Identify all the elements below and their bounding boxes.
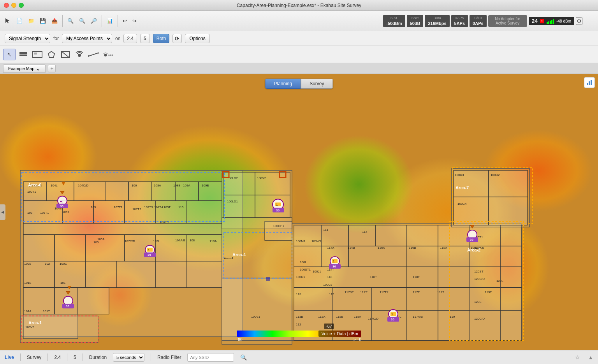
up-button[interactable]: ▲	[588, 354, 593, 360]
svg-rect-2	[19, 55, 27, 56]
close-button[interactable]	[4, 3, 9, 8]
svg-rect-56	[376, 225, 407, 246]
svg-text:113B: 113B	[296, 315, 303, 319]
svg-text:1: 1	[391, 313, 393, 316]
ssid-search-button[interactable]: 🔍	[240, 354, 247, 360]
no-adapter-text: No Adapter for Active Survey	[495, 17, 520, 25]
svg-text:115A: 115A	[354, 315, 361, 319]
svg-text:107L: 107L	[153, 239, 160, 243]
redo-button[interactable]: ↪	[131, 17, 138, 25]
options-button[interactable]: Options	[185, 34, 209, 43]
svg-rect-28	[187, 200, 222, 223]
obstacle-tool[interactable]	[59, 49, 72, 60]
svg-text:102: 102	[45, 262, 50, 266]
wall-tool[interactable]	[17, 49, 30, 60]
planning-tab[interactable]: Planning	[265, 79, 301, 89]
legend-bar: -67 Voice + Data | dBm -80 >= 0	[211, 331, 387, 350]
band-both-button[interactable]: Both	[153, 34, 170, 43]
legend-max-label: >= 0	[354, 338, 361, 342]
svg-rect-4	[34, 53, 37, 55]
add-map-button[interactable]: +	[48, 65, 56, 72]
chart-view-button[interactable]	[584, 77, 595, 88]
svg-text:114B: 114B	[348, 246, 355, 250]
svg-rect-55	[348, 225, 376, 246]
minimize-button[interactable]	[11, 3, 16, 8]
legend-title: Voice + Data | dBm	[318, 331, 361, 337]
svg-text:Area-7: Area-7	[456, 185, 469, 190]
on-label: on	[115, 36, 120, 41]
svg-text:117A/B: 117A/B	[413, 315, 423, 319]
toolbar-separator-1	[62, 15, 63, 27]
left-panel-collapse-button[interactable]: ◀	[0, 204, 5, 220]
svg-rect-25	[93, 200, 125, 223]
duration-select[interactable]: 5 seconds	[113, 353, 144, 362]
band-24-button[interactable]: 2.4	[123, 34, 137, 43]
legend-marker: -67	[324, 324, 334, 329]
metric-select[interactable]: Signal Strength	[5, 34, 50, 43]
new-file-button[interactable]: 📄	[15, 17, 24, 25]
svg-text:111: 111	[323, 228, 328, 232]
zoom-in-button[interactable]: 🔍	[66, 17, 75, 25]
svg-rect-75	[372, 288, 407, 310]
measure-tool[interactable]	[87, 49, 100, 60]
favorites-button[interactable]: ☆	[575, 354, 580, 360]
svg-text:117T1: 117T1	[360, 290, 369, 294]
svg-text:115: 115	[329, 292, 334, 296]
save-button[interactable]: 💾	[38, 17, 47, 25]
svg-text:36: 36	[470, 238, 474, 241]
toolbar: 📄 📁 💾 📤 🔍 🔍 🔎 📊 ↩ ↪ S.St. -50dBm SNR 50d…	[0, 11, 598, 31]
zoom-out-button[interactable]: 🔍	[77, 17, 87, 25]
svg-text:100V2: 100V2	[257, 176, 266, 180]
for-label: for	[53, 36, 59, 41]
svg-rect-91	[489, 197, 528, 225]
svg-marker-5	[48, 51, 55, 58]
example-map-tab[interactable]: Example Map ⌄	[3, 64, 46, 73]
access-points-select[interactable]: My Access Points	[62, 34, 112, 43]
svg-rect-31	[55, 235, 86, 261]
svg-text:120ST: 120ST	[474, 270, 484, 273]
svg-text:36: 36	[60, 204, 64, 208]
export-button[interactable]: 📤	[50, 17, 59, 25]
zoom-fit-button[interactable]: 🔎	[89, 17, 98, 25]
svg-text:36: 36	[66, 304, 70, 308]
status-indicators: S.St. -50dBm SNR 50dB Data 216Mbps #APs …	[383, 11, 582, 31]
room-tool[interactable]	[31, 49, 44, 60]
bottom-separator-5	[151, 353, 151, 361]
ap-detailed-tool[interactable]: 1611	[101, 49, 114, 60]
svg-text:100T1: 100T1	[27, 190, 36, 193]
band-5-button[interactable]: 5	[140, 34, 150, 43]
svg-rect-86	[500, 310, 522, 341]
svg-text:119: 119	[450, 315, 455, 319]
svg-text:100J1: 100J1	[313, 270, 321, 273]
data-label: Data	[428, 16, 446, 21]
settings-button[interactable]: ⚙	[576, 17, 582, 25]
cursor-tool-button[interactable]	[3, 17, 12, 25]
refresh-button[interactable]: ⟳	[172, 34, 182, 43]
svg-rect-92	[20, 316, 98, 343]
svg-text:116B: 116B	[409, 246, 416, 250]
open-button[interactable]: 📁	[26, 17, 36, 25]
area-tool[interactable]	[45, 49, 58, 60]
map-tab-dropdown-icon[interactable]: ⌄	[36, 65, 40, 72]
svg-text:36: 36	[391, 318, 395, 321]
svg-text:118A: 118A	[440, 246, 447, 250]
live-indicator: Live	[5, 355, 14, 360]
svg-text:107T3: 107T3	[144, 206, 153, 209]
legend-labels: -80 >= 0	[237, 338, 361, 342]
snr-indicator: SNR 50dB	[407, 15, 424, 27]
maximize-button[interactable]	[19, 3, 24, 8]
duration-label: Duration	[89, 355, 107, 360]
svg-line-7	[62, 51, 69, 58]
pointer-tool[interactable]: ↖	[3, 49, 16, 60]
svg-text:107A/B: 107A/B	[175, 239, 185, 242]
svg-rect-68	[294, 267, 407, 287]
signal-strength-indicator: S.St. -50dBm	[383, 15, 405, 27]
undo-button[interactable]: ↩	[121, 17, 128, 25]
band-value: 2.4	[54, 355, 61, 360]
svg-text:109A: 109A	[183, 184, 190, 188]
ap-placement-tool[interactable]	[73, 49, 86, 60]
ssid-filter-input[interactable]	[187, 353, 234, 362]
chart-button[interactable]: 📊	[105, 17, 114, 25]
survey-tab[interactable]: Survey	[301, 79, 333, 89]
signal-num: 24	[532, 18, 538, 24]
